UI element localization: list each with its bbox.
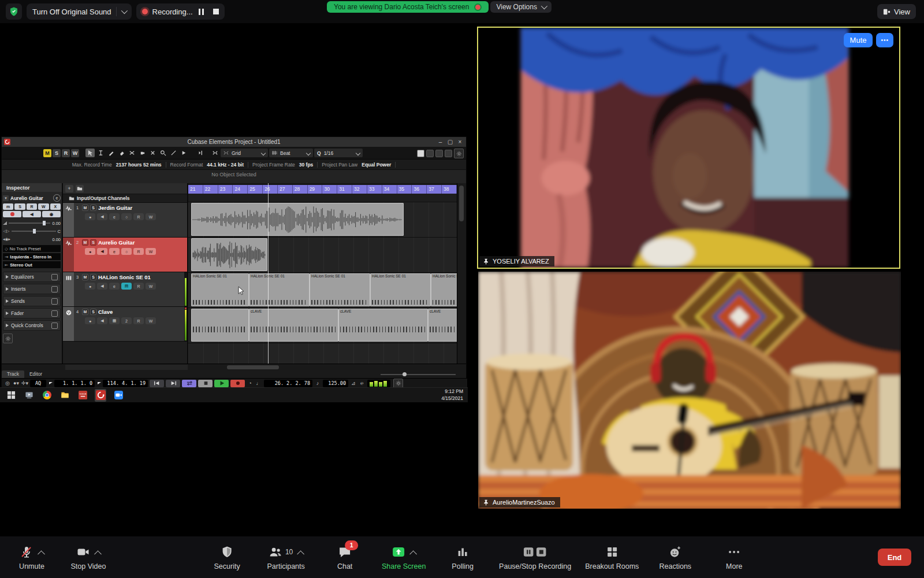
track-row-halion-sonic-se-01[interactable]: 3MSHALion Sonic SE 01●◀e▤RW <box>63 272 187 307</box>
ruler-bar-38[interactable]: 38 <box>442 185 457 194</box>
ruler-bar-32[interactable]: 32 <box>352 185 367 194</box>
stop-recording-button[interactable] <box>213 9 219 14</box>
maximize-button[interactable]: ▢ <box>445 137 455 147</box>
lane-clave[interactable]: cLAVEcLAVEcLAVE <box>188 308 457 343</box>
control-chat[interactable]: 1Chat <box>316 536 373 578</box>
toolbar-s-button[interactable]: S <box>53 149 61 157</box>
track-record-button[interactable]: ● <box>85 317 95 324</box>
control-share-screen[interactable]: Share Screen <box>375 536 432 578</box>
track-record-button[interactable]: ● <box>85 213 95 220</box>
view-button[interactable]: View <box>877 4 916 19</box>
toolbar-w-button[interactable]: W <box>71 149 79 157</box>
control-participants[interactable]: 10Participants <box>258 536 314 578</box>
ruler-bar-26[interactable]: 26 <box>263 185 278 194</box>
taskbar-icon-voice-recorder[interactable]: VOICE <box>77 389 88 402</box>
sync-icon[interactable]: ℮ <box>359 380 366 386</box>
lane-aurelio-guitar[interactable] <box>188 238 457 273</box>
record-mode-icon[interactable]: ●▾ <box>13 380 20 386</box>
minimize-button[interactable]: – <box>435 137 445 147</box>
listen-button[interactable]: ◉ <box>42 211 61 217</box>
track-monitor-button[interactable]: ◀ <box>97 248 107 255</box>
track-solo-button[interactable]: S <box>90 309 96 315</box>
close-button[interactable]: × <box>455 137 465 147</box>
track-presets-icon[interactable] <box>76 185 84 192</box>
inspector-section-inserts[interactable]: Inserts <box>3 284 61 294</box>
taskbar-icon-start[interactable] <box>5 389 17 402</box>
toolbar-m-button[interactable]: M <box>43 149 51 157</box>
midi-event-halion[interactable]: HALion Sonic SE 01 <box>431 273 457 306</box>
ruler-bar-27[interactable]: 27 <box>278 185 293 194</box>
ruler-bar-31[interactable]: 31 <box>337 185 352 194</box>
inspector-section-equalizers[interactable]: Equalizers <box>3 272 61 282</box>
write-button[interactable]: W <box>38 203 49 210</box>
participant-more-button[interactable]: ••• <box>876 33 893 47</box>
taskbar-icon-zoom-app[interactable] <box>113 389 124 402</box>
auto-quantize-button[interactable]: AQ <box>30 380 46 387</box>
track-write-button[interactable]: W <box>146 283 156 290</box>
mute-button[interactable]: m <box>3 203 13 210</box>
ruler-bar-35[interactable]: 35 <box>397 185 412 194</box>
lane-halion-sonic[interactable]: HALion Sonic SE 01HALion Sonic SE 01HALi… <box>188 273 457 308</box>
add-track-button[interactable]: + <box>65 185 73 192</box>
midi-event-clave[interactable] <box>191 309 249 342</box>
zoom-slider[interactable] <box>381 374 456 375</box>
zone-tab-editor[interactable]: Editor <box>24 370 47 378</box>
track-monitor-button[interactable]: ◀ <box>97 213 107 220</box>
audio-event-jerdin[interactable] <box>191 203 404 236</box>
record-enable-button[interactable] <box>3 211 21 217</box>
pause-recording-button[interactable] <box>198 8 205 16</box>
constrain-compensation-icon[interactable]: ◎ <box>4 380 11 386</box>
taskbar-icon-chrome[interactable] <box>41 389 53 402</box>
taskbar-icon-media-player[interactable] <box>23 389 35 402</box>
track-read-button[interactable]: R <box>133 248 144 255</box>
draw-tool[interactable] <box>106 149 116 157</box>
position-display[interactable]: 26. 2. 2. 78 <box>264 380 312 387</box>
end-button[interactable]: End <box>878 549 911 566</box>
right-locator-display[interactable]: 114. 4. 1. 19 <box>103 380 148 387</box>
io-channels-row[interactable]: Input/Output Channels <box>63 194 187 203</box>
select-tool[interactable] <box>85 149 95 157</box>
ruler-bar-30[interactable]: 30 <box>322 185 337 194</box>
read-button[interactable]: R <box>27 203 37 210</box>
stop-button[interactable] <box>198 380 213 387</box>
metronome-icon[interactable]: ⊿ <box>350 380 357 386</box>
track-read-button[interactable]: R <box>133 283 144 290</box>
toolbar-r-button[interactable]: R <box>62 149 70 157</box>
ruler-bar-34[interactable]: 34 <box>382 185 397 194</box>
track-row-jerdin-guitar[interactable]: 1MSJerdin Guitar●◀e○RW <box>63 203 187 238</box>
cycle-button[interactable] <box>182 380 196 387</box>
erase-tool[interactable] <box>117 149 126 157</box>
left-locator-display[interactable]: 1. 1. 1. 0 <box>54 380 95 387</box>
pan-slider[interactable]: ◁▷ C <box>3 228 61 235</box>
control-unmute[interactable]: Unmute <box>3 536 60 578</box>
control-security[interactable]: Security <box>199 536 255 578</box>
control-breakout-rooms[interactable]: Breakout Rooms <box>579 536 644 578</box>
range-tool[interactable] <box>96 149 105 157</box>
chevron-up-icon[interactable] <box>409 550 417 558</box>
ruler-bar-25[interactable]: 25 <box>248 185 263 194</box>
inspector-section-fader[interactable]: Fader <box>3 308 61 318</box>
track-row-clave[interactable]: 4MSClave●◀▦2RW <box>63 307 187 342</box>
track-solo-button[interactable]: S <box>90 239 96 246</box>
chevron-up-icon[interactable] <box>94 550 102 558</box>
track-read-button[interactable]: R <box>133 317 144 324</box>
autoscroll-icon[interactable] <box>195 149 204 157</box>
taskbar-icon-file-explorer[interactable] <box>59 389 70 402</box>
mute-participant-button[interactable]: Mute <box>844 33 873 47</box>
encryption-shield-button[interactable] <box>6 3 22 20</box>
track-listen-button[interactable]: ○ <box>121 248 132 255</box>
track-solo-button[interactable]: S <box>90 274 96 280</box>
layout-button-3[interactable] <box>435 150 443 157</box>
transport-settings-button[interactable] <box>393 379 403 388</box>
track-channel-value[interactable]: 2 <box>121 317 132 324</box>
ruler-bar-21[interactable]: 21 <box>188 185 203 194</box>
cubase-title-bar[interactable]: Cubase Elements Project - Untitled1 – ▢ … <box>2 137 466 147</box>
ruler-bar-23[interactable]: 23 <box>218 185 233 194</box>
split-tool[interactable] <box>127 149 136 157</box>
chevron-down-icon[interactable] <box>121 8 127 14</box>
midi-event-halion[interactable]: HALion Sonic SE 01 <box>370 273 431 306</box>
track-preset-row[interactable]: ◇ No Track Preset <box>3 245 61 252</box>
track-row-aurelio-guitar[interactable]: 2MSAurelio Guitar●◀e○RW <box>63 238 187 272</box>
video-tile-yoseliy[interactable]: Mute ••• YOSELIY ALVAREZ <box>477 27 900 269</box>
track-drummap-button[interactable]: ▦ <box>109 317 120 324</box>
